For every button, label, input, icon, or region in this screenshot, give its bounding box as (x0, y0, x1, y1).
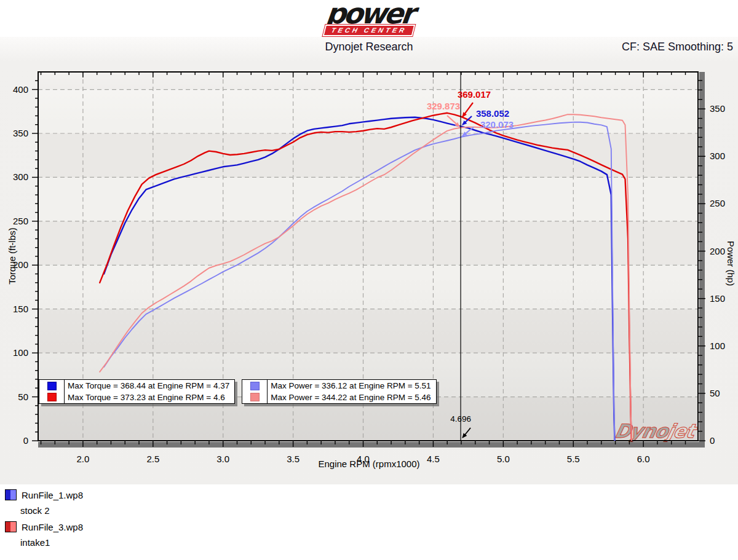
legend-text-column: Max Torque = 368.44 at Engine RPM = 4.37… (65, 380, 234, 403)
logo-tagline: TECH CENTER (323, 25, 416, 36)
torque-tick-label: 400 (13, 84, 28, 95)
max-torque-intake-label: Max Torque = 373.23 at Engine RPM = 4.6 (68, 392, 229, 403)
legend-swatch-column (242, 380, 268, 403)
header-strip: Dynojet Research CF: SAE Smoothing: 5 (0, 38, 738, 58)
max-values-legend: Max Torque = 368.44 at Engine RPM = 4.37… (39, 379, 437, 404)
run-file-row: RunFile_3.wp8 (5, 519, 83, 535)
max-torque-stock-label: Max Torque = 368.44 at Engine RPM = 4.37 (68, 381, 229, 391)
runfile1-note: stock 2 (20, 503, 83, 519)
torque-axis-title: Torque (ft-lbs) (7, 223, 17, 290)
legend-swatch-column (39, 380, 65, 403)
logo-word: power (325, 2, 414, 26)
runfile3-name: RunFile_3.wp8 (22, 522, 83, 532)
power-tick-label: 300 (710, 151, 725, 161)
dynojet-watermark: Dynojet (613, 420, 700, 442)
annotation-value-label: 320.073 (480, 119, 514, 130)
intake-power-swatch (250, 393, 260, 401)
max-power-stock-label: Max Power = 336.12 at Engine RPM = 5.51 (271, 381, 430, 391)
runfile1-name: RunFile_1.wp8 (22, 490, 83, 500)
max-power-intake-label: Max Power = 344.22 at Engine RPM = 5.46 (271, 392, 430, 403)
annotation-value-label: 358.052 (476, 108, 509, 119)
torque-tick-label: 300 (13, 172, 28, 182)
runfile3-color-swatch (5, 521, 17, 532)
cursor-rpm-label: 4.696 (450, 414, 471, 424)
stock-power-swatch (250, 382, 260, 390)
power-axis-title: Power (hp) (726, 236, 736, 291)
torque-tick-label: 150 (13, 304, 28, 314)
run-file-row: RunFile_1.wp8 (5, 487, 83, 503)
cf-smoothing-label: CF: SAE Smoothing: 5 (622, 41, 733, 53)
dyno-report-page: { "logo": { "word": "power", "band": "TE… (0, 0, 738, 560)
rpm-axis-title: Engine RPM (rpmx1000) (0, 459, 738, 469)
legend-text-column: Max Power = 336.12 at Engine RPM = 5.51 … (268, 380, 435, 403)
power-tick-label: 100 (710, 341, 725, 351)
power-tick-label: 350 (710, 103, 725, 114)
max-power-legend-box: Max Power = 336.12 at Engine RPM = 5.51 … (242, 379, 436, 404)
bottom-bezel-strip (38, 442, 705, 448)
max-torque-legend-box: Max Torque = 368.44 at Engine RPM = 4.37… (39, 379, 235, 404)
runfile1-color-swatch (5, 489, 17, 500)
torque-tick-label: 100 (13, 347, 28, 358)
power-tech-center-logo: power TECH CENTER (324, 2, 414, 36)
annotation-value-label: 329.873 (427, 101, 460, 111)
power-tick-label: 200 (710, 246, 725, 256)
power-tick-label: 250 (710, 198, 725, 208)
torque-tick-label: 0 (23, 435, 28, 446)
power-tick-label: 0 (710, 435, 715, 446)
intake-torque-swatch (47, 393, 57, 401)
torque-tick-label: 350 (13, 128, 28, 138)
torque-tick-label: 50 (18, 392, 28, 402)
power-tick-label: 50 (710, 388, 720, 398)
power-tick-label: 150 (710, 293, 725, 304)
runfile3-note: intake1 (20, 535, 83, 551)
run-file-list: RunFile_1.wp8 stock 2 RunFile_3.wp8 inta… (5, 487, 83, 551)
stock-torque-swatch (47, 382, 57, 390)
annotation-value-label: 369.017 (458, 89, 491, 100)
dyno-chart-canvas: Dynojet2.02.53.03.54.04.55.05.56.0050100… (0, 0, 738, 560)
